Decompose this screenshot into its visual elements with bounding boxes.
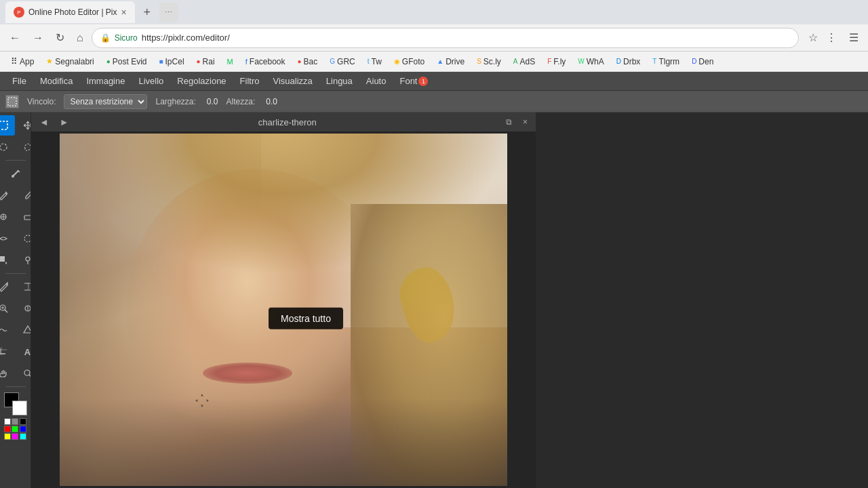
black-swatch[interactable] (20, 418, 26, 425)
bookmark-grc[interactable]: G GRC (324, 56, 360, 68)
yellow-swatch[interactable] (4, 433, 11, 440)
extensions-button[interactable]: ⋮ (822, 28, 841, 47)
eyedropper-tool[interactable] (4, 163, 27, 184)
bookmark-scly[interactable]: S Sc.ly (471, 56, 507, 68)
bookmark-rai-label: Rai (203, 57, 215, 66)
blue-swatch[interactable] (20, 426, 26, 432)
bookmark-segnalabri[interactable]: ★ Segnalabri (41, 56, 99, 68)
refresh-button[interactable]: ↻ (52, 28, 68, 47)
bookmark-tw[interactable]: t Tw (362, 56, 387, 68)
brush-tool[interactable] (16, 185, 32, 205)
eraser-tool[interactable] (16, 207, 32, 227)
background-color[interactable] (12, 401, 27, 415)
canvas-maximize-button[interactable]: ⧉ (503, 116, 515, 128)
blur-tool[interactable] (16, 228, 32, 249)
svg-point-4 (12, 175, 14, 178)
bookmark-drbx-label: Drbx (623, 57, 640, 66)
bookmark-star-button[interactable]: ☆ (808, 31, 818, 44)
vincolo-dropdown[interactable]: Senza restrizione (64, 94, 147, 109)
browser-chrome: P Online Photo Editor | Pix × + ⋯ ← → ↻ … (0, 0, 868, 72)
fill-tool[interactable] (0, 250, 15, 270)
bookmark-gfoto[interactable]: ◉ GFoto (389, 56, 430, 68)
home-button[interactable]: ⌂ (73, 29, 87, 47)
marquee-rect-tool[interactable] (0, 115, 15, 136)
menu-immagine[interactable]: Immagine (79, 74, 132, 88)
sharpen-tool[interactable] (16, 320, 32, 340)
menu-filtro[interactable]: Filtro (233, 74, 267, 88)
bookmark-facebook[interactable]: f Facebook (240, 56, 291, 68)
menu-livello[interactable]: Livello (132, 74, 170, 88)
bookmark-tlgrm-label: Tlgrm (658, 57, 679, 66)
magenta-swatch[interactable] (12, 433, 18, 440)
white-swatch[interactable] (4, 418, 11, 425)
zoom-tool[interactable] (16, 363, 32, 384)
new-tab-button[interactable]: + (138, 3, 157, 22)
active-tab[interactable]: P Online Photo Editor | Pix × (5, 1, 135, 23)
vincolo-label: Vincolo: (27, 97, 56, 106)
vincolo-select[interactable]: Senza restrizione (64, 94, 147, 109)
font-badge: 1 (418, 77, 428, 86)
green-swatch[interactable] (12, 426, 18, 432)
paint-tools (0, 185, 31, 205)
back-button[interactable]: ← (5, 29, 24, 47)
marquee-ellipse-tool[interactable] (0, 137, 15, 157)
canvas-close-button[interactable]: × (520, 116, 530, 128)
bookmark-apps[interactable]: ⠿ App (5, 55, 39, 68)
bookmark-fly[interactable]: F F.ly (542, 56, 571, 68)
foreground-color-swatch[interactable] (4, 392, 27, 415)
bookmark-ads[interactable]: A AdS (508, 56, 540, 68)
crop-tool[interactable] (0, 342, 15, 362)
address-input[interactable]: 🔒 Sicuro https://pixlr.com/editor/ (92, 28, 799, 48)
bookmark-wha[interactable]: W WhA (572, 56, 609, 68)
menu-button[interactable]: ☰ (845, 28, 863, 47)
clone-tool[interactable] (0, 207, 15, 227)
bookmark-facebook-label: Facebook (250, 57, 285, 66)
menu-regolazione[interactable]: Regolazione (170, 74, 233, 88)
bookmark-ipcel-label: IpCel (165, 57, 184, 66)
bookmark-drbx[interactable]: D Drbx (611, 56, 646, 68)
forward-button[interactable]: → (28, 29, 47, 47)
bookmark-den[interactable]: D Den (686, 56, 719, 68)
bookmark-ipcel[interactable]: ■ IpCel (153, 56, 189, 68)
bookmark-bac[interactable]: ● Bac (292, 56, 323, 68)
canvas-prev-button[interactable]: ◄ (37, 115, 52, 129)
move-tool[interactable] (16, 115, 32, 136)
gray-swatch[interactable] (12, 418, 18, 425)
bookmark-drive[interactable]: ▲ Drive (431, 56, 470, 68)
menu-modifica[interactable]: Modifica (33, 74, 79, 88)
bookmark-m[interactable]: M (222, 56, 239, 67)
bookmark-postevid[interactable]: ● Post Evid (101, 56, 153, 68)
svg-line-16 (5, 310, 7, 312)
menu-lingua[interactable]: Lingua (319, 74, 359, 88)
bookmark-gfoto-label: GFoto (402, 57, 425, 66)
cyan-swatch[interactable] (20, 433, 26, 440)
tool-sep-3 (5, 386, 26, 387)
liquify-tool[interactable] (0, 320, 15, 340)
tool-icon (7, 97, 17, 106)
canvas-container[interactable]: Mostra tutto (31, 131, 536, 488)
text-tool[interactable]: A (16, 342, 32, 362)
tab-close-button[interactable]: × (121, 7, 127, 18)
red-swatch[interactable] (4, 426, 11, 432)
menu-aiuto[interactable]: Aiuto (359, 74, 393, 88)
bookmark-rai[interactable]: ● Rai (191, 56, 220, 68)
pen-tool[interactable] (0, 277, 15, 297)
bookmark-tlgrm[interactable]: T Tlgrm (647, 56, 685, 68)
zoom-in-tool[interactable] (0, 298, 15, 319)
warp-tool[interactable] (16, 277, 32, 297)
larghezza-label: Larghezza: (155, 97, 195, 106)
tool-indicator (5, 95, 19, 108)
canvas-next-button[interactable]: ► (57, 115, 72, 129)
menu-file[interactable]: File (5, 74, 33, 88)
menu-font[interactable]: Font 1 (393, 74, 435, 88)
hand-tool[interactable] (0, 363, 15, 384)
smudge-tool[interactable] (0, 228, 15, 249)
lasso-tool[interactable] (16, 137, 32, 157)
healing-tool[interactable] (16, 298, 32, 319)
pencil-tool[interactable] (0, 185, 15, 205)
canvas-title: charlize-theron (77, 117, 498, 127)
mostra-tutto-button[interactable]: Mostra tutto (269, 308, 343, 329)
hand-tools: A (0, 342, 31, 362)
menu-visualizza[interactable]: Visualizza (266, 74, 319, 88)
pin-tool[interactable] (16, 250, 32, 270)
